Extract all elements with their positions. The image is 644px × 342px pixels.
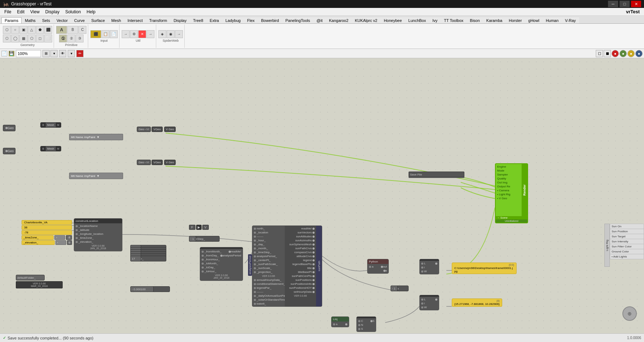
prim-tool-3[interactable]: C: [78, 26, 86, 34]
menu-help[interactable]: Help: [84, 9, 99, 15]
tab-at-it[interactable]: @it: [313, 17, 326, 23]
tab-vector[interactable]: Vector: [53, 17, 71, 23]
path-output-2[interactable]: {0} {15.271968, -7.881868, 10.282906}: [452, 298, 502, 307]
minimize-button[interactable]: ─: [608, 1, 618, 7]
util-tool-4[interactable]: →: [147, 30, 154, 38]
tab-panelingtools[interactable]: PanelingTools: [282, 17, 314, 23]
render-btn-green[interactable]: ●: [620, 50, 627, 57]
timestep-val[interactable]: ◦ 1: [189, 236, 196, 242]
geo-tool-5[interactable]: ⬟: [36, 26, 44, 34]
input-tool-3[interactable]: 📄: [110, 30, 118, 38]
tab-ladybug[interactable]: Ladybug: [222, 17, 244, 23]
tab-ivy[interactable]: Ivy: [429, 17, 441, 23]
lng-node[interactable]: -78: [22, 230, 72, 235]
tab-transform[interactable]: Transform: [146, 17, 170, 23]
tab-tree8[interactable]: Tree8: [190, 17, 206, 23]
v-button[interactable]: V: [202, 225, 209, 230]
tab-extra[interactable]: Extra: [207, 17, 222, 23]
prim-tool-2[interactable]: B: [67, 26, 78, 34]
arrow-button[interactable]: ▶: [196, 225, 202, 230]
geo-tool-9[interactable]: ▦: [19, 35, 27, 42]
util-tool-3[interactable]: ✕: [138, 30, 146, 38]
timezone-port[interactable]: ◦: [54, 235, 65, 240]
tab-params[interactable]: Params: [1, 17, 22, 23]
prim-tool-1[interactable]: A: [56, 26, 67, 34]
tab-intersect[interactable]: Intersect: [124, 17, 146, 23]
tab-ghowl[interactable]: gHowl: [525, 17, 543, 23]
tab-human[interactable]: Human: [542, 17, 562, 23]
tab-flex[interactable]: Flex: [244, 17, 258, 23]
geo-tool-1[interactable]: ⬡: [3, 26, 11, 34]
maximize-button[interactable]: □: [620, 1, 630, 7]
save-icon[interactable]: 💾: [9, 51, 14, 56]
lr-sun-target[interactable]: Sun Target: [610, 234, 644, 239]
view-dropdown[interactable]: ▾: [50, 50, 58, 57]
vgeo-2[interactable]: VGeo: [152, 127, 162, 132]
render-node[interactable]: Engine Mode Sampler Quality Out Img Outp…: [495, 163, 528, 223]
v-geo-out-2[interactable]: V Geo: [164, 160, 176, 165]
tab-kukalprc[interactable]: KUKAlprc v2: [352, 17, 380, 23]
tab-tt-toolbox[interactable]: TT Toolbox: [441, 17, 467, 23]
mesh-node-1[interactable]: B Mesh M: [40, 122, 61, 128]
prim-tool-5[interactable]: ②: [67, 35, 75, 42]
preview-dropdown[interactable]: ▾: [68, 50, 75, 57]
l-item-2-block[interactable]: L i W Item: [419, 295, 439, 298]
input-tool-1[interactable]: ⬛: [90, 30, 101, 38]
mtl-name-1[interactable]: Mtl Name /myPaint ▼: [69, 134, 123, 140]
tab-bison[interactable]: Bison: [467, 17, 483, 23]
util-tool-2[interactable]: ⚙: [130, 30, 138, 38]
doc-icon[interactable]: 📄: [1, 51, 7, 56]
lr-sun-intensity[interactable]: Sun Intensity: [610, 239, 644, 244]
zoom-input[interactable]: [16, 50, 41, 57]
tab-horster[interactable]: Horster: [505, 17, 525, 23]
lr-sun-on[interactable]: Sun On: [610, 224, 644, 229]
prim-tool-4[interactable]: ①: [59, 35, 67, 42]
tab-kangaroo2[interactable]: Kangaroo2: [326, 17, 352, 23]
geo-tool-2[interactable]: ○: [11, 26, 19, 34]
geo-param-1[interactable]: Geo: [3, 125, 15, 131]
vgeo-1[interactable]: Geo • Mt: [137, 127, 151, 132]
menu-view[interactable]: View: [27, 9, 42, 15]
menu-display[interactable]: Display: [42, 9, 62, 15]
save-file-node[interactable]: Save File: [409, 172, 464, 177]
render-btn-blue[interactable]: ●: [635, 50, 643, 57]
l-item-1-block[interactable]: L i W Item: [419, 259, 439, 262]
charlottesville-node[interactable]: Charlottesville_VA: [22, 220, 72, 225]
sw-tool-1[interactable]: ◈: [158, 30, 166, 38]
f-button[interactable]: F: [189, 225, 195, 230]
geo-tool-10[interactable]: ⬠: [28, 35, 36, 42]
canvas-area[interactable]: Geo B Mesh M Geo B Mesh M Mtl Name /myPa…: [0, 58, 644, 333]
to-hour-val[interactable]: 17: [130, 256, 141, 261]
v-geo-out-1[interactable]: V Geo: [164, 127, 176, 132]
geo-tool-4[interactable]: △: [28, 26, 36, 34]
mesh-node-2[interactable]: B Mesh M: [40, 146, 61, 151]
sw-tool-2[interactable]: ◉: [167, 30, 175, 38]
tab-display[interactable]: Display: [170, 17, 190, 23]
series-block[interactable]: C S N S Series: [356, 316, 376, 319]
sunpath-scale-val[interactable]: ◦ 0.000100: [130, 286, 154, 292]
default-folder-node[interactable]: defaultFolder_: [16, 275, 45, 281]
lr-sun-filter[interactable]: Sun Filter Color: [610, 244, 644, 249]
lr-ground-color[interactable]: Ground Color: [610, 249, 644, 254]
draw-icon[interactable]: ✏: [76, 50, 84, 57]
tab-maths[interactable]: Maths: [22, 17, 39, 23]
tab-bowerbird[interactable]: Bowerbird: [258, 17, 282, 23]
tab-karamba[interactable]: Karamba: [483, 17, 506, 23]
util-tool-1[interactable]: →: [122, 30, 130, 38]
elevation-node[interactable]: _elevation_: [22, 240, 55, 245]
sw-tool-3[interactable]: →: [175, 30, 183, 38]
geo-tool-11[interactable]: ◻: [36, 35, 44, 42]
render-btn-yellow[interactable]: ●: [627, 50, 635, 57]
mtl-name-2[interactable]: Mtl Name /myPaint ▼: [69, 173, 123, 179]
timezone-node[interactable]: _timeZone_: [22, 235, 54, 240]
tab-surface[interactable]: Surface: [88, 17, 108, 23]
geo-tool-7[interactable]: ⬡: [3, 35, 11, 42]
input-tool-2[interactable]: 📋: [102, 30, 109, 38]
view-tool-1[interactable]: ⊞: [42, 50, 50, 57]
lat-node[interactable]: 38: [22, 225, 72, 230]
close-button[interactable]: ✕: [631, 1, 641, 7]
lr-sun-position[interactable]: Sun Position: [610, 229, 644, 234]
vgeo-3[interactable]: Geo • Mt: [137, 160, 151, 165]
vgeo-4[interactable]: VGeo: [152, 160, 162, 165]
lr-add-lights[interactable]: • Add Lights: [610, 254, 644, 259]
